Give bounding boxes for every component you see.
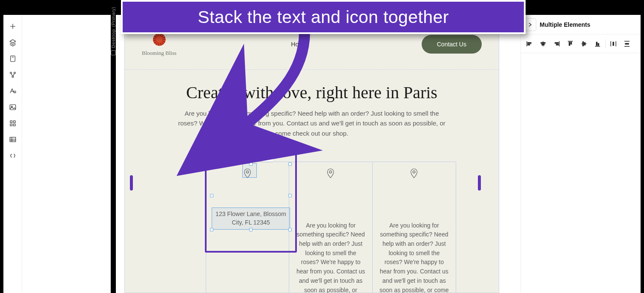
- svg-rect-24: [584, 43, 585, 45]
- brand-name: Blooming Bliss: [142, 50, 176, 57]
- svg-rect-7: [10, 121, 12, 123]
- align-bottom-icon[interactable]: [591, 37, 604, 50]
- table-tool-icon[interactable]: [6, 132, 20, 147]
- distribute-h-icon[interactable]: [607, 37, 620, 50]
- resize-handle[interactable]: [288, 228, 292, 231]
- code-tool-icon[interactable]: [6, 148, 20, 163]
- svg-point-13: [330, 171, 332, 174]
- svg-point-2: [14, 72, 15, 74]
- connections-tool-icon[interactable]: [6, 68, 20, 82]
- more-options-button[interactable]: ···: [261, 149, 273, 162]
- contact-card-1[interactable]: [206, 162, 289, 293]
- device-primary: (Primary): [111, 7, 116, 27]
- svg-rect-25: [596, 42, 597, 46]
- nav-home-link[interactable]: Home: [291, 41, 307, 48]
- desktop-icon: [111, 50, 116, 55]
- svg-rect-19: [555, 43, 558, 43]
- svg-rect-22: [571, 42, 572, 44]
- stack-button[interactable]: Stack: [210, 149, 243, 162]
- callout-text: Stack the text and icon together: [198, 7, 448, 27]
- svg-rect-23: [583, 42, 584, 46]
- resize-handle[interactable]: [288, 162, 292, 166]
- hero-subtitle[interactable]: Are you looking for something specific? …: [175, 108, 448, 138]
- svg-rect-26: [598, 43, 599, 46]
- align-left-icon[interactable]: [523, 37, 536, 50]
- hero-title[interactable]: Created with love, right here in Paris: [150, 82, 473, 102]
- contact-us-button[interactable]: Contact Us: [422, 35, 482, 54]
- toolbar-separator: [605, 39, 606, 48]
- svg-rect-11: [10, 137, 16, 142]
- align-right-icon[interactable]: [550, 37, 564, 50]
- margin-handle-left[interactable]: [130, 175, 133, 191]
- resize-handle[interactable]: [210, 162, 213, 166]
- pin-icon[interactable]: [243, 168, 252, 182]
- contact-card-3[interactable]: Are you looking for something specific? …: [373, 162, 456, 293]
- card-body-text[interactable]: Are you looking for something specific? …: [380, 221, 449, 293]
- svg-point-4: [14, 91, 16, 93]
- card-body-text[interactable]: Are you looking for something specific? …: [296, 221, 365, 293]
- inspector-title: Multiple Elements: [540, 21, 590, 28]
- stack-button-label: Stack: [223, 152, 237, 159]
- pin-icon[interactable]: [409, 168, 419, 182]
- svg-rect-9: [10, 124, 12, 126]
- svg-rect-28: [625, 43, 629, 44]
- svg-rect-17: [541, 43, 545, 43]
- svg-rect-10: [13, 124, 15, 126]
- left-toolbar: [3, 15, 22, 293]
- svg-rect-27: [613, 42, 614, 46]
- svg-point-14: [413, 171, 416, 174]
- artboard[interactable]: Blooming Bliss Home Contact Us Created w…: [124, 18, 499, 293]
- svg-rect-15: [528, 43, 531, 43]
- align-center-h-icon[interactable]: [536, 37, 550, 50]
- inspector-panel: Multiple Elements: [520, 15, 641, 293]
- align-top-icon[interactable]: [564, 37, 577, 50]
- svg-rect-21: [569, 42, 570, 46]
- apps-tool-icon[interactable]: [6, 116, 20, 131]
- inspector-header: Multiple Elements: [521, 15, 641, 34]
- tutorial-callout: Stack the text and icon together: [121, 0, 526, 34]
- svg-point-1: [10, 72, 12, 74]
- svg-rect-16: [528, 44, 530, 45]
- hero-section: Created with love, right here in Paris A…: [125, 70, 499, 142]
- svg-point-3: [12, 76, 14, 78]
- svg-rect-0: [10, 56, 15, 62]
- layers-tool-icon[interactable]: [6, 35, 20, 50]
- svg-rect-8: [13, 121, 15, 123]
- svg-rect-18: [542, 44, 544, 45]
- contact-cards-row[interactable]: Are you looking for something specific? …: [206, 162, 456, 293]
- left-gutter: [22, 15, 111, 293]
- selection-float-toolbar: Stack ? ···: [210, 149, 273, 162]
- resize-handle[interactable]: [210, 228, 213, 231]
- margin-handle-right[interactable]: [478, 175, 481, 191]
- resize-handle[interactable]: [288, 194, 292, 197]
- typography-tool-icon[interactable]: [6, 84, 20, 98]
- pin-icon[interactable]: [326, 168, 335, 182]
- resize-handle[interactable]: [249, 228, 253, 231]
- resize-handle[interactable]: [249, 162, 253, 166]
- contact-card-2[interactable]: Are you looking for something specific? …: [289, 162, 372, 293]
- page-tool-icon[interactable]: [6, 51, 20, 66]
- site-logo[interactable]: Blooming Bliss: [142, 32, 176, 57]
- add-tool-icon[interactable]: [6, 19, 20, 34]
- align-center-v-icon[interactable]: [577, 37, 591, 50]
- device-label[interactable]: Desktop (Primary): [111, 7, 116, 55]
- svg-point-12: [246, 171, 249, 174]
- distribute-v-icon[interactable]: [620, 37, 634, 50]
- svg-rect-20: [556, 44, 558, 45]
- image-tool-icon[interactable]: [6, 100, 20, 114]
- device-name: Desktop: [111, 29, 116, 48]
- alignment-toolbar: [521, 34, 641, 53]
- help-button[interactable]: ?: [245, 149, 258, 162]
- canvas-stage[interactable]: Blooming Bliss Home Contact Us Created w…: [116, 15, 520, 293]
- resize-handle[interactable]: [210, 194, 213, 197]
- svg-rect-5: [10, 105, 16, 110]
